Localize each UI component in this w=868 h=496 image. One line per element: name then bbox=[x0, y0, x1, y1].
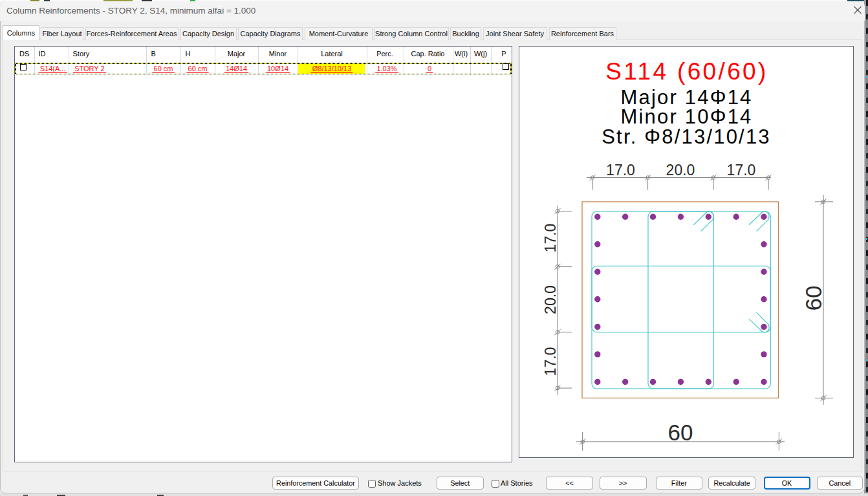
svg-text:20.0: 20.0 bbox=[542, 285, 559, 314]
svg-text:Str. Φ8/13/10/13: Str. Φ8/13/10/13 bbox=[602, 125, 771, 148]
svg-text:60: 60 bbox=[801, 286, 826, 311]
svg-text:17.0: 17.0 bbox=[542, 224, 559, 253]
svg-text:17.0: 17.0 bbox=[606, 162, 635, 178]
svg-text:17.0: 17.0 bbox=[727, 162, 756, 178]
svg-text:20.0: 20.0 bbox=[666, 162, 695, 178]
svg-text:17.0: 17.0 bbox=[542, 347, 559, 376]
svg-text:S114 (60/60): S114 (60/60) bbox=[605, 58, 768, 85]
svg-text:60: 60 bbox=[668, 420, 693, 445]
